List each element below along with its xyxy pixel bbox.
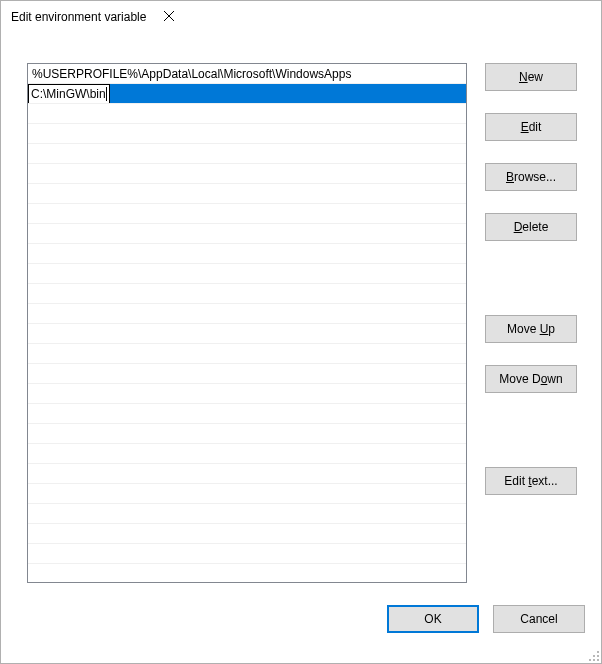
svg-point-4 <box>593 659 595 661</box>
move-down-button[interactable]: Move Down <box>485 365 577 393</box>
resize-grip-icon <box>588 650 600 662</box>
ok-button[interactable]: OK <box>387 605 479 633</box>
svg-point-3 <box>589 659 591 661</box>
list-item-empty[interactable] <box>28 344 466 364</box>
list-item-empty[interactable] <box>28 284 466 304</box>
svg-point-2 <box>597 655 599 657</box>
list-item-empty[interactable] <box>28 224 466 244</box>
titlebar: Edit environment variable <box>1 1 601 33</box>
cancel-label: Cancel <box>520 612 557 626</box>
spacer <box>485 263 577 315</box>
list-item-empty[interactable] <box>28 384 466 404</box>
new-button[interactable]: New <box>485 63 577 91</box>
svg-point-0 <box>597 651 599 653</box>
list-item-empty[interactable] <box>28 104 466 124</box>
list-item-empty[interactable] <box>28 244 466 264</box>
resize-grip[interactable] <box>588 650 600 662</box>
list-item-empty[interactable] <box>28 164 466 184</box>
list-item-empty[interactable] <box>28 524 466 544</box>
svg-point-1 <box>593 655 595 657</box>
list-item-empty[interactable] <box>28 544 466 564</box>
inline-edit-text: C:\MinGW\bin <box>31 84 106 104</box>
close-icon <box>164 10 174 24</box>
list-item-empty[interactable] <box>28 124 466 144</box>
list-item-empty[interactable] <box>28 204 466 224</box>
list-item-empty[interactable] <box>28 504 466 524</box>
list-item[interactable]: %USERPROFILE%\AppData\Local\Microsoft\Wi… <box>28 64 466 84</box>
inline-edit-field[interactable]: C:\MinGW\bin <box>28 84 110 104</box>
move-up-button[interactable]: Move Up <box>485 315 577 343</box>
window-title: Edit environment variable <box>11 10 146 24</box>
list-item-empty[interactable] <box>28 144 466 164</box>
button-column: New Edit Browse... Delete Move Up Move D… <box>485 63 577 583</box>
delete-button[interactable]: Delete <box>485 213 577 241</box>
svg-point-5 <box>597 659 599 661</box>
cancel-button[interactable]: Cancel <box>493 605 585 633</box>
dialog-footer: OK Cancel <box>1 593 601 633</box>
list-item-empty[interactable] <box>28 464 466 484</box>
list-item-empty[interactable] <box>28 264 466 284</box>
list-item-empty[interactable] <box>28 364 466 384</box>
list-item-empty[interactable] <box>28 444 466 464</box>
list-item-empty[interactable] <box>28 324 466 344</box>
browse-button[interactable]: Browse... <box>485 163 577 191</box>
close-button[interactable] <box>146 2 191 32</box>
list-item-empty[interactable] <box>28 184 466 204</box>
dialog-content: %USERPROFILE%\AppData\Local\Microsoft\Wi… <box>1 33 601 593</box>
list-item-editing[interactable]: C:\MinGW\bin <box>28 84 466 104</box>
path-list[interactable]: %USERPROFILE%\AppData\Local\Microsoft\Wi… <box>27 63 467 583</box>
list-item-empty[interactable] <box>28 564 466 583</box>
list-item-empty[interactable] <box>28 404 466 424</box>
edit-text-button[interactable]: Edit text... <box>485 467 577 495</box>
list-item-empty[interactable] <box>28 304 466 324</box>
edit-button[interactable]: Edit <box>485 113 577 141</box>
spacer <box>485 415 577 467</box>
list-item-empty[interactable] <box>28 484 466 504</box>
text-caret <box>106 87 107 101</box>
list-item-empty[interactable] <box>28 424 466 444</box>
ok-label: OK <box>424 612 441 626</box>
